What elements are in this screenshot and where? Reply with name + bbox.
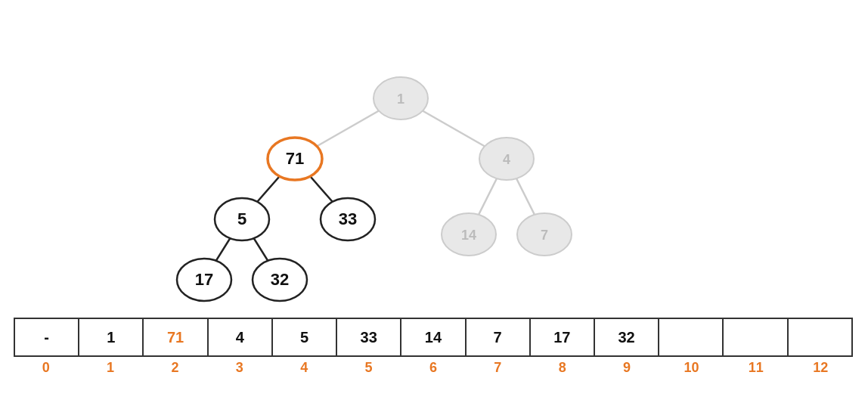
array-index-4: 4	[272, 360, 336, 376]
array-index-10: 10	[659, 360, 724, 376]
array-index-11: 11	[724, 360, 788, 376]
array-index-5: 5	[336, 360, 401, 376]
array-cell-6: 14	[401, 318, 465, 356]
array-index-1: 1	[78, 360, 142, 376]
tree-container: 17145331471732	[0, 42, 590, 321]
svg-text:7: 7	[541, 228, 548, 243]
array-index-2: 2	[143, 360, 207, 376]
svg-text:4: 4	[503, 152, 510, 167]
array-index-9: 9	[594, 360, 659, 376]
svg-text:5: 5	[237, 209, 246, 228]
array-cell-5: 33	[336, 318, 401, 356]
svg-text:14: 14	[461, 228, 476, 243]
tree-svg: 17145331471732	[0, 42, 590, 314]
array-table: -17145331471732	[14, 318, 853, 357]
array-cell-2: 71	[143, 318, 207, 356]
array-cell-7: 7	[466, 318, 530, 356]
array-cell-12	[788, 318, 852, 356]
array-cell-8: 17	[530, 318, 594, 356]
array-index-12: 12	[789, 360, 853, 376]
array-cell-9: 32	[594, 318, 659, 356]
svg-text:17: 17	[195, 270, 213, 289]
array-cell-3: 4	[208, 318, 272, 356]
svg-text:32: 32	[271, 270, 289, 289]
array-index-3: 3	[207, 360, 271, 376]
array-cell-10	[659, 318, 723, 356]
array-index-8: 8	[530, 360, 594, 376]
array-section: -17145331471732 0123456789101112	[14, 318, 853, 376]
array-cell-1: 1	[79, 318, 143, 356]
array-index-7: 7	[466, 360, 530, 376]
array-value-row: -17145331471732	[14, 318, 852, 356]
array-cell-0: -	[14, 318, 79, 356]
svg-text:33: 33	[339, 209, 357, 228]
svg-text:1: 1	[397, 91, 405, 107]
svg-text:71: 71	[286, 149, 304, 168]
array-index-6: 6	[401, 360, 465, 376]
index-row: 0123456789101112	[14, 360, 853, 376]
array-cell-11	[723, 318, 787, 356]
array-index-0: 0	[14, 360, 78, 376]
array-cell-4: 5	[272, 318, 336, 356]
